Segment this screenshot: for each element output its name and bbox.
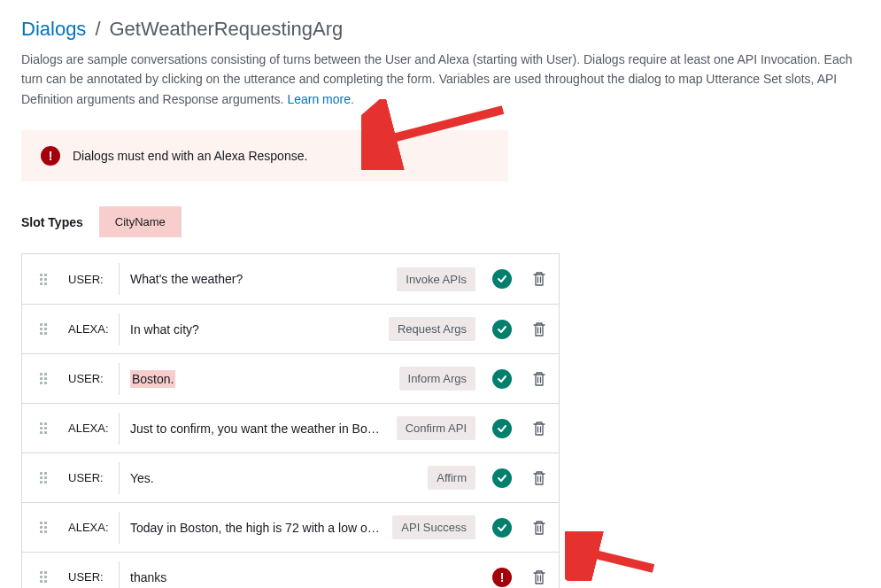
slot-type-tag[interactable]: CityName <box>99 206 182 237</box>
delete-row-button[interactable] <box>520 520 559 536</box>
speaker-label: USER: <box>65 462 120 494</box>
alert-error-icon: ! <box>41 146 60 166</box>
svg-line-1 <box>581 551 653 569</box>
utterance-cell[interactable]: What's the weather? <box>120 272 397 286</box>
trash-icon <box>532 569 546 585</box>
action-tag[interactable]: Affirm <box>428 466 475 490</box>
dialog-row[interactable]: USER:Yes.Affirm <box>22 453 559 502</box>
action-tag-cell: API Success <box>392 515 484 539</box>
action-tag-cell: Invoke APIs <box>397 267 484 291</box>
breadcrumb-current: GetWeatherRequestingArg <box>110 18 344 41</box>
slot-types-label: Slot Types <box>21 215 83 229</box>
dialog-row[interactable]: ALEXA:In what city?Request Args <box>22 304 559 353</box>
annotation-arrow-icon <box>565 531 662 581</box>
status-ok-icon <box>484 269 520 289</box>
trash-icon <box>532 371 546 387</box>
utterance-cell[interactable]: Yes. <box>120 471 428 485</box>
speaker-label: ALEXA: <box>65 512 120 544</box>
speaker-label: USER: <box>65 561 120 588</box>
status-error-icon: ! <box>484 568 520 587</box>
drag-handle-icon[interactable] <box>22 472 65 484</box>
action-tag-cell: Affirm <box>428 466 484 490</box>
utterance-text: Just to confirm, you want the weather in… <box>130 422 386 436</box>
status-ok-icon <box>484 518 520 538</box>
alert-text: Dialogs must end with an Alexa Response. <box>73 149 307 163</box>
delete-row-button[interactable] <box>520 271 559 287</box>
action-tag[interactable]: Inform Args <box>399 367 475 391</box>
speaker-label: USER: <box>65 263 120 295</box>
trash-icon <box>532 321 546 337</box>
action-tag-cell: Confirm API <box>397 416 484 440</box>
trash-icon <box>532 271 546 287</box>
utterance-text: Boston. <box>130 370 175 388</box>
drag-handle-icon[interactable] <box>22 422 65 434</box>
dialog-row[interactable]: ALEXA:Today in Boston, the high is 72 wi… <box>22 502 559 552</box>
speaker-label: ALEXA: <box>65 313 120 345</box>
utterance-cell[interactable]: Just to confirm, you want the weather in… <box>120 422 397 436</box>
delete-row-button[interactable] <box>520 421 559 437</box>
action-tag[interactable]: Request Args <box>389 317 475 341</box>
utterance-cell[interactable]: Today in Boston, the high is 72 with a l… <box>120 521 392 535</box>
breadcrumb-parent-link[interactable]: Dialogs <box>21 18 86 41</box>
utterance-text: In what city? <box>130 322 199 337</box>
utterance-text: What's the weather? <box>130 272 243 286</box>
delete-row-button[interactable] <box>520 470 559 486</box>
dialog-row[interactable]: USER:Boston.Inform Args <box>22 353 559 403</box>
dialog-row[interactable]: ALEXA:Just to confirm, you want the weat… <box>22 403 559 453</box>
status-ok-icon <box>484 419 520 438</box>
drag-handle-icon[interactable] <box>22 373 65 384</box>
utterance-text: thanks <box>130 570 166 584</box>
action-tag[interactable]: Invoke APIs <box>397 267 475 291</box>
speaker-label: ALEXA: <box>65 413 120 445</box>
dialog-row[interactable]: USER:thanks! <box>22 552 559 588</box>
dialog-row[interactable]: USER:What's the weather?Invoke APIs <box>22 254 559 304</box>
drag-handle-icon[interactable] <box>22 522 65 533</box>
delete-row-button[interactable] <box>520 321 559 337</box>
trash-icon <box>532 470 546 486</box>
trash-icon <box>532 421 546 437</box>
status-ok-icon <box>484 369 520 389</box>
utterance-cell[interactable]: Boston. <box>120 370 399 388</box>
delete-row-button[interactable] <box>520 569 559 585</box>
description-text: Dialogs are sample conversations consist… <box>21 52 853 106</box>
action-tag-cell: Request Args <box>389 317 484 341</box>
status-ok-icon <box>484 320 520 339</box>
action-tag[interactable]: API Success <box>392 515 475 539</box>
delete-row-button[interactable] <box>520 371 559 387</box>
utterance-text: Today in Boston, the high is 72 with a l… <box>130 521 382 535</box>
speaker-label: USER: <box>65 363 120 395</box>
learn-more-link[interactable]: Learn more <box>287 92 351 106</box>
slot-types-section: Slot Types CityName <box>21 206 860 237</box>
drag-handle-icon[interactable] <box>22 571 65 583</box>
action-tag[interactable]: Confirm API <box>397 416 475 440</box>
action-tag-cell: Inform Args <box>399 367 484 391</box>
breadcrumb-separator: / <box>95 18 100 41</box>
trash-icon <box>532 520 546 536</box>
drag-handle-icon[interactable] <box>22 323 65 335</box>
utterance-text: Yes. <box>130 471 154 485</box>
utterance-cell[interactable]: thanks <box>120 570 475 584</box>
status-ok-icon <box>484 468 520 488</box>
page-description: Dialogs are sample conversations consist… <box>21 50 860 109</box>
breadcrumb: Dialogs / GetWeatherRequestingArg <box>21 18 860 41</box>
validation-alert: ! Dialogs must end with an Alexa Respons… <box>21 130 508 182</box>
dialog-table: USER:What's the weather?Invoke APIsALEXA… <box>21 253 560 588</box>
utterance-cell[interactable]: In what city? <box>120 322 389 337</box>
drag-handle-icon[interactable] <box>22 274 65 285</box>
description-period: . <box>351 92 354 106</box>
